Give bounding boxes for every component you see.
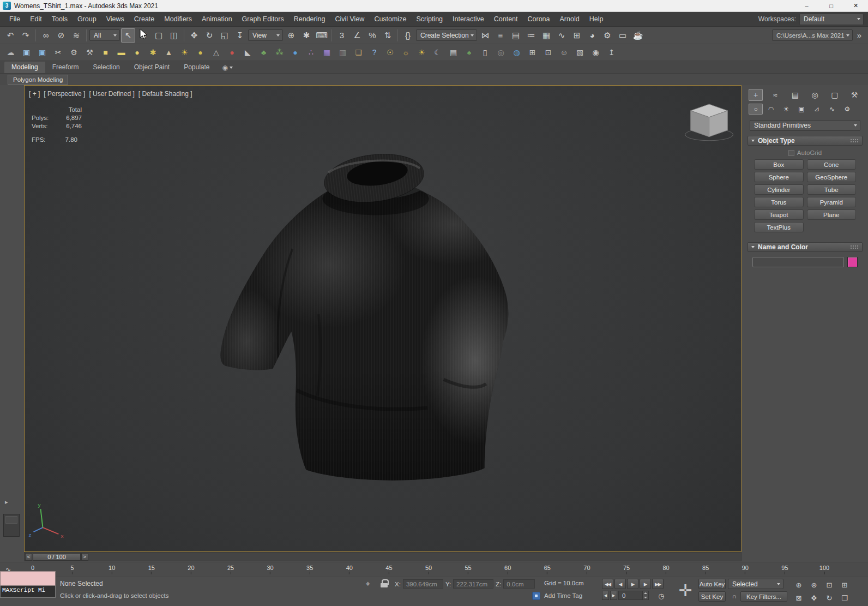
redo-button[interactable]: ↷	[19, 28, 33, 43]
foliage-icon[interactable]: ♣	[256, 46, 271, 59]
menu-create[interactable]: Create	[129, 12, 160, 27]
percent-snap-button[interactable]: %	[365, 28, 379, 43]
torus-icon[interactable]: ◎	[493, 46, 508, 59]
zoom-extents-button[interactable]: ⊡	[822, 579, 836, 591]
red-sphere-icon[interactable]: ●	[225, 46, 239, 59]
viewport-shading-menu[interactable]: [ Default Shading ]	[138, 90, 192, 98]
selection-lock-toggle[interactable]	[381, 579, 388, 587]
subtab-lights[interactable]: ☀	[779, 104, 793, 115]
menu-rendering[interactable]: Rendering	[289, 12, 330, 27]
circle-primitive-icon[interactable]: ●	[130, 46, 144, 59]
object-type-geosphere-button[interactable]: GeoSphere	[807, 172, 857, 182]
subtab-helpers[interactable]: ⊿	[810, 104, 824, 115]
object-type-box-button[interactable]: Box	[754, 159, 804, 170]
use-pivot-point-center-button[interactable]: ⊕	[284, 28, 298, 43]
menu-group[interactable]: Group	[73, 12, 101, 27]
film-icon[interactable]: ▧	[572, 46, 587, 59]
minimize-button[interactable]: –	[794, 0, 819, 11]
menu-file[interactable]: File	[4, 12, 25, 27]
sunlight-icon[interactable]: ☼	[399, 46, 413, 59]
tab-hierarchy[interactable]: ▤	[788, 89, 802, 101]
key-snap-icon[interactable]: ∩	[730, 592, 739, 601]
subtab-geometry[interactable]: ○	[749, 104, 763, 115]
object-type-cone-button[interactable]: Cone	[807, 159, 857, 170]
toolbar-overflow-button[interactable]: »	[854, 28, 865, 43]
x-coordinate-field[interactable]: 390.649cm	[403, 579, 443, 589]
workspaces-dropdown[interactable]: Default	[799, 14, 864, 25]
tshirt-model[interactable]	[199, 146, 530, 494]
object-type-cylinder-button[interactable]: Cylinder	[754, 184, 804, 195]
portrait-icon[interactable]: ▥	[335, 46, 350, 59]
edit-named-selection-sets-button[interactable]: {}	[401, 28, 415, 43]
viewport-general-menu[interactable]: [ + ]	[29, 90, 40, 98]
keyboard-override-button[interactable]: ⌨	[315, 28, 329, 43]
viewport-pov-menu[interactable]: [ Perspective ]	[44, 90, 85, 98]
page-icon[interactable]: ▯	[478, 46, 492, 59]
tab-create[interactable]: +	[749, 89, 763, 101]
name-and-color-rollout-header[interactable]: Name and Color	[748, 242, 863, 252]
blue-sphere-icon[interactable]: ●	[288, 46, 303, 59]
tab-utilities[interactable]: ⚒	[847, 89, 861, 101]
tab-display[interactable]: ▢	[828, 89, 842, 101]
viewport[interactable]: [ + ] [ Perspective ] [ User Defined ] […	[24, 85, 742, 552]
cone-primitive-icon[interactable]: ▲	[161, 46, 176, 59]
box-primitive-icon[interactable]: ■	[98, 46, 113, 59]
render-setup-button[interactable]: ⚙	[600, 28, 614, 43]
object-name-input[interactable]	[752, 257, 844, 267]
cut-tool-icon[interactable]: ✂	[51, 46, 65, 59]
y-coordinate-field[interactable]: 222.317cm	[453, 579, 493, 589]
select-by-name-button[interactable]: ≣	[136, 28, 150, 43]
sphere-primitive-icon[interactable]: ●	[193, 46, 208, 59]
bind-to-space-warp-button[interactable]: ≋	[69, 28, 83, 43]
spinner-snap-button[interactable]: ⇅	[381, 28, 395, 43]
selection-filter-dropdown[interactable]: All	[89, 29, 120, 41]
go-to-end-button[interactable]: ▶▶	[652, 579, 664, 589]
capsule-primitive-icon[interactable]: ▬	[114, 46, 129, 59]
maximize-viewport-button[interactable]: ❒	[837, 592, 852, 604]
ribbon-tab-selection[interactable]: Selection	[86, 62, 126, 73]
grass-icon[interactable]: ⁂	[272, 46, 287, 59]
time-slider-next-button[interactable]: >	[81, 553, 88, 561]
menu-civil-view[interactable]: Civil View	[330, 12, 369, 27]
subtab-shapes[interactable]: ◠	[764, 104, 778, 115]
snap-box-icon[interactable]: ▣	[19, 46, 34, 59]
timeline-ruler[interactable]: ∿ 0 5 10 15	[0, 562, 868, 577]
pick-tool-icon[interactable]: ⚒	[82, 46, 97, 59]
menu-arnold[interactable]: Arnold	[555, 12, 584, 27]
menu-modifiers[interactable]: Modifiers	[159, 12, 197, 27]
unlink-selection-button[interactable]: ⊘	[54, 28, 68, 43]
menu-scripting[interactable]: Scripting	[411, 12, 448, 27]
rectangular-selection-button[interactable]: ▢	[152, 28, 166, 43]
subtab-systems[interactable]: ⚙	[840, 104, 854, 115]
autogrid-checkbox[interactable]	[788, 150, 794, 156]
rendered-frame-button[interactable]: ▭	[616, 28, 630, 43]
select-and-rotate-button[interactable]: ↻	[202, 28, 216, 43]
render-production-button[interactable]: ☕	[631, 28, 645, 43]
pan-button[interactable]: ✥	[807, 592, 821, 604]
select-and-link-button[interactable]: ∞	[39, 28, 53, 43]
moon-icon[interactable]: ☾	[430, 46, 445, 59]
spinner-down-icon[interactable]	[644, 597, 647, 598]
viewport-canvas[interactable]: y x z	[25, 86, 741, 551]
next-frame-button[interactable]: ▶	[640, 579, 651, 589]
subtab-cameras[interactable]: ▣	[794, 104, 809, 115]
select-and-place-button[interactable]: ↧	[233, 28, 247, 43]
subtab-space-warps[interactable]: ∿	[825, 104, 839, 115]
maxscript-listener-field[interactable]: MAXScript Mi	[0, 586, 56, 598]
menu-help[interactable]: Help	[584, 12, 608, 27]
object-type-plane-button[interactable]: Plane	[807, 209, 857, 220]
selection-set-dropdown[interactable]: Selected	[728, 579, 783, 589]
object-type-teapot-button[interactable]: Teapot	[754, 209, 804, 220]
undo-button[interactable]: ↶	[3, 28, 17, 43]
help-icon[interactable]: ?	[367, 46, 382, 59]
play-button[interactable]: ▶	[627, 579, 638, 589]
polygon-modeling-panel-tab[interactable]: Polygon Modeling	[8, 75, 68, 85]
tree-icon[interactable]: ♠	[462, 46, 477, 59]
select-object-button[interactable]: ↖	[121, 28, 135, 43]
z-coordinate-field[interactable]: 0.0cm	[503, 579, 535, 589]
object-type-pyramid-button[interactable]: Pyramid	[807, 197, 857, 207]
menu-interactive[interactable]: Interactive	[448, 12, 489, 27]
menu-views[interactable]: Views	[101, 12, 129, 27]
monitor-icon[interactable]: ⊡	[541, 46, 556, 59]
zoom-region-button[interactable]: ⊠	[792, 592, 806, 604]
